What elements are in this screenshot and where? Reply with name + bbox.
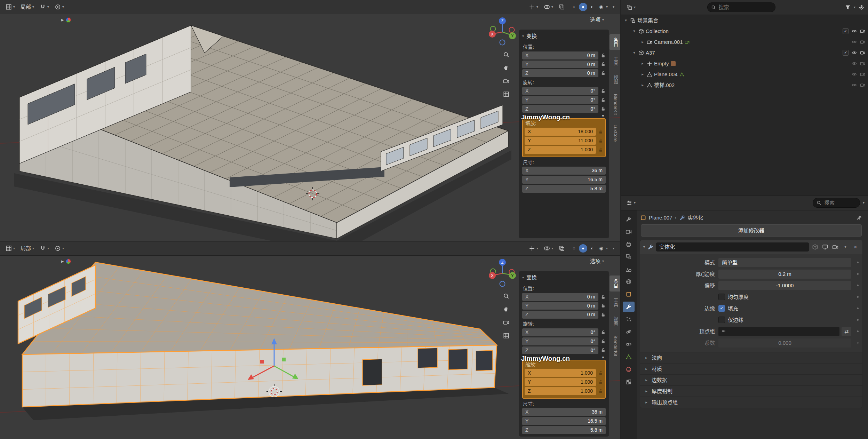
header-overflow-button[interactable]: ▾ [611,245,616,252]
mode-dropdown[interactable]: 简单型 [718,258,851,267]
gear-icon[interactable] [858,4,865,10]
lock-icon[interactable] [600,53,606,58]
zoom-tool-icon[interactable] [503,293,509,299]
lock-icon[interactable] [598,138,603,143]
tab-scene[interactable] [623,264,635,274]
scale-x-field[interactable]: X1.000 [525,369,596,377]
scale-z-field[interactable]: Z1.000 [525,146,596,154]
eye-icon[interactable] [852,61,857,66]
tab-tool[interactable] [623,214,635,224]
viewport-bottom[interactable]: ▾ 局部▾ ▾ ▾ ▾ ▾ ○ ● ◐ ◉ ▾ ▾ [0,241,620,439]
lock-icon[interactable] [598,380,603,385]
shading-wireframe-button[interactable]: ○ [570,244,578,253]
pan-hand-icon[interactable] [503,306,509,312]
lock-icon[interactable] [598,370,603,376]
transform-panel-header[interactable]: ▾ 变换 [522,32,606,42]
location-y-field[interactable]: Y0 m [522,61,598,69]
lock-icon[interactable] [600,97,606,103]
modifier-close-button[interactable]: × [852,243,859,251]
lock-icon[interactable] [600,339,606,344]
properties-editor-type-button[interactable]: ▾ [624,199,638,207]
animate-dot[interactable] [857,273,859,275]
sidebar-tab-blenderkit[interactable]: BlenderKit [610,90,620,118]
lock-icon[interactable] [598,129,603,134]
lock-icon[interactable] [600,88,606,94]
properties-search-input[interactable] [823,199,856,206]
sidebar-tab-item[interactable]: 条目 [610,34,620,50]
lock-icon[interactable] [600,348,606,353]
dim-x-field[interactable]: X36 m [522,408,606,416]
outliner-search-input[interactable] [718,4,772,11]
outliner-row-empty[interactable]: ▸ Empty [621,58,868,69]
tab-object[interactable] [623,289,635,300]
expand-arrow-icon[interactable]: ▾ [632,29,637,33]
sidebar-tab-blenderkit[interactable]: BlenderKit [610,332,620,360]
transform-orientation-dropdown[interactable]: 局部▾ [18,3,36,11]
dim-z-field[interactable]: Z5.8 m [522,185,606,193]
invert-vgroup-button[interactable]: ⇄ [842,327,851,336]
show-gizmo-button[interactable]: ▾ [527,244,540,253]
animate-dot[interactable] [857,319,859,321]
snapping-button[interactable]: ▾ [38,3,51,11]
section-thickness-clamp[interactable]: ▸ 厚度钳制 [640,385,862,397]
display-render-toggle[interactable] [831,243,839,251]
eye-icon[interactable] [852,39,857,45]
expand-arrow-icon[interactable]: ▸ [640,40,645,44]
toolbar-collapsed-toggle[interactable]: ▸ [61,17,71,23]
chevron-down-icon[interactable]: ▾ [643,245,645,249]
camera-icon[interactable] [860,82,865,88]
outliner-editor[interactable]: ▾ ▾ ▾ 场景集合 ▾ Collection [621,0,868,195]
shading-rendered-button[interactable]: ◉ [597,244,605,253]
animate-dot[interactable] [857,296,859,298]
even-thickness-checkbox[interactable] [718,294,725,300]
expand-arrow-icon[interactable]: ▸ [640,72,645,77]
breadcrumb-modifier[interactable]: 实体化 [688,215,703,221]
viewport-bottom-body[interactable]: ▸ 选项 ▾ Z Y X [0,255,620,439]
location-z-field[interactable]: Z0 m [522,69,598,77]
lock-icon[interactable] [600,71,606,76]
shading-solid-button[interactable]: ● [579,3,587,11]
lock-icon[interactable] [600,106,606,111]
xray-toggle[interactable] [557,3,567,11]
viewport-top-body[interactable]: ▸ 选项 ▾ Z Y X [0,14,620,241]
scale-y-field[interactable]: Y1.000 [525,378,596,386]
navigation-gizmo[interactable]: Z Y X [486,16,518,48]
add-modifier-button[interactable]: 添加修改器 [641,224,862,237]
animate-dot[interactable] [857,285,859,286]
eye-icon[interactable] [852,82,857,88]
properties-search[interactable] [813,198,860,208]
navigation-gizmo[interactable]: Z Y X [486,257,518,289]
overlays-button[interactable]: ▾ [542,3,555,11]
pan-hand-icon[interactable] [503,65,509,71]
animate-dot[interactable] [857,308,859,309]
rotation-z-field[interactable]: Z0° [522,105,598,113]
lock-icon[interactable] [598,389,603,394]
tab-object-data[interactable] [623,352,635,362]
modifier-panel-header[interactable]: ▾ 实体化 ▾ × [640,240,862,254]
dim-z-field[interactable]: Z5.8 m [522,426,606,434]
animate-dot[interactable] [857,330,859,332]
tab-texture[interactable] [623,377,635,387]
rotation-y-field[interactable]: Y0° [522,96,598,104]
tab-constraints[interactable] [623,339,635,350]
rotation-z-field[interactable]: Z0° [522,346,598,354]
header-overflow-button[interactable]: ▾ [611,4,616,10]
camera-icon[interactable] [860,72,865,77]
breadcrumb-object[interactable]: Plane.007 [649,215,672,221]
sidebar-tab-item[interactable]: 条目 [610,276,620,292]
pin-icon[interactable] [856,215,862,221]
toolbar-collapsed-toggle[interactable]: ▸ [61,258,71,264]
lock-icon[interactable] [598,147,603,152]
viewport-options-button[interactable]: 选项 ▾ [587,257,607,265]
shading-rendered-button[interactable]: ◉ [597,3,605,11]
proportional-editing-button[interactable]: ▾ [53,244,66,253]
camera-icon[interactable] [860,61,865,66]
exclude-checkbox[interactable]: ✓ [843,50,849,56]
scale-y-field[interactable]: Y11.000 [525,137,596,145]
eye-icon[interactable] [852,50,857,55]
editor-type-button[interactable]: ▾ [3,244,17,253]
animate-dot[interactable] [857,262,859,263]
modifier-extras-menu[interactable]: ▾ [842,243,849,251]
display-realtime-toggle[interactable] [821,243,829,251]
display-editmode-toggle[interactable] [811,243,819,251]
